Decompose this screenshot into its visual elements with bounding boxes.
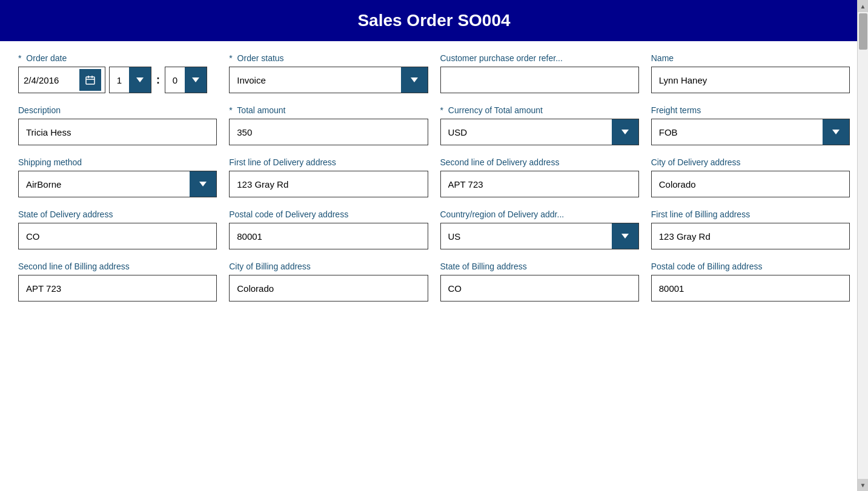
delivery-line1-input[interactable] [229,171,428,197]
form-row-5: Second line of Billing address City of B… [18,262,850,302]
minute-dropdown-button[interactable] [185,67,207,93]
form-row-3: Shipping method First line of Delivery a… [18,157,850,197]
label-total-amount: * Total amount [229,105,428,115]
field-freight-terms: Freight terms [651,105,850,145]
label-customer-po-ref: Customer purchase order refer... [440,53,639,63]
field-shipping-method: Shipping method [18,157,217,197]
field-delivery-country: Country/region of Delivery addr... [440,209,639,249]
shipping-method-input[interactable] [19,171,190,197]
order-status-field [229,67,428,93]
order-date-input[interactable] [21,75,76,85]
calendar-button[interactable] [79,69,101,91]
form-container: * Order date [0,41,868,489]
delivery-state-input[interactable] [18,223,217,249]
required-star-total-amount: * [229,105,232,115]
page-title: Sales Order SO004 [357,11,510,30]
order-status-input[interactable] [230,67,400,93]
customer-po-ref-input[interactable] [440,67,639,93]
description-input[interactable] [18,119,217,145]
label-delivery-postal: Postal code of Delivery address [229,209,428,219]
label-delivery-state: State of Delivery address [18,209,217,219]
form-row-1: * Order date [18,53,850,93]
currency-dropdown-button[interactable] [612,119,638,145]
label-delivery-city: City of Delivery address [651,157,850,167]
field-billing-line2: Second line of Billing address [18,262,217,302]
page-wrapper: Sales Order SO004 * Order date [0,0,868,491]
name-input[interactable] [651,67,850,93]
field-delivery-line2: Second line of Delivery address [440,157,639,197]
date-row [18,67,105,93]
time-colon: : [155,74,161,87]
delivery-city-input[interactable] [651,171,850,197]
field-customer-po-ref: Customer purchase order refer... [440,53,639,93]
minute-input[interactable] [165,75,185,85]
scroll-up-button[interactable]: ▲ [858,0,869,12]
minute-dropdown [165,67,207,93]
label-billing-line1: First line of Billing address [651,209,850,219]
form-row-2: Description * Total amount * Currency of… [18,105,850,145]
shipping-method-dropdown-button[interactable] [190,171,216,197]
label-shipping-method: Shipping method [18,157,217,167]
field-delivery-line1: First line of Delivery address [229,157,428,197]
freight-terms-dropdown-button[interactable] [823,119,849,145]
currency-field [440,119,639,145]
form-row-4: State of Delivery address Postal code of… [18,209,850,249]
required-star-order-date: * [18,53,21,63]
delivery-line2-input[interactable] [440,171,639,197]
label-currency: * Currency of Total amount [440,105,639,115]
label-order-date: * Order date [18,53,217,63]
field-delivery-state: State of Delivery address [18,209,217,249]
field-billing-line1: First line of Billing address [651,209,850,249]
field-billing-state: State of Billing address [440,262,639,302]
label-billing-line2: Second line of Billing address [18,262,217,271]
label-billing-city: City of Billing address [229,262,428,271]
label-name: Name [651,53,850,63]
field-billing-city: City of Billing address [229,262,428,302]
field-description: Description [18,105,217,145]
scrollbar: ▲ ▼ [857,0,868,491]
total-amount-input[interactable] [229,119,428,145]
delivery-country-field [440,223,639,249]
field-name: Name [651,53,850,93]
scroll-thumb[interactable] [859,13,867,50]
label-delivery-line2: Second line of Delivery address [440,157,639,167]
currency-input[interactable] [441,119,612,145]
billing-line1-input[interactable] [651,223,850,249]
required-star-order-status: * [229,53,232,63]
label-billing-state: State of Billing address [440,262,639,271]
billing-line2-input[interactable] [18,275,217,302]
label-order-status: * Order status [229,53,428,63]
svg-rect-0 [86,77,94,84]
delivery-postal-input[interactable] [229,223,428,249]
hour-dropdown [109,67,151,93]
field-billing-postal: Postal code of Billing address [651,262,850,302]
freight-terms-input[interactable] [652,119,823,145]
scroll-down-button[interactable]: ▼ [858,479,869,491]
required-star-currency: * [440,105,443,115]
billing-city-input[interactable] [229,275,428,302]
billing-state-input[interactable] [440,275,639,302]
label-freight-terms: Freight terms [651,105,850,115]
field-delivery-postal: Postal code of Delivery address [229,209,428,249]
field-order-status: * Order status [229,53,428,93]
billing-postal-input[interactable] [651,275,850,302]
hour-input[interactable] [110,75,129,85]
order-status-dropdown-button[interactable] [401,67,428,93]
field-order-date: * Order date [18,53,217,93]
label-billing-postal: Postal code of Billing address [651,262,850,271]
page-header: Sales Order SO004 [0,0,868,41]
freight-terms-field [651,119,850,145]
field-delivery-city: City of Delivery address [651,157,850,197]
shipping-method-field [18,171,217,197]
hour-dropdown-button[interactable] [129,67,151,93]
delivery-country-input[interactable] [441,223,612,249]
label-description: Description [18,105,217,115]
label-delivery-country: Country/region of Delivery addr... [440,209,639,219]
label-delivery-line1: First line of Delivery address [229,157,428,167]
field-total-amount: * Total amount [229,105,428,145]
field-currency: * Currency of Total amount [440,105,639,145]
delivery-country-dropdown-button[interactable] [612,223,638,249]
